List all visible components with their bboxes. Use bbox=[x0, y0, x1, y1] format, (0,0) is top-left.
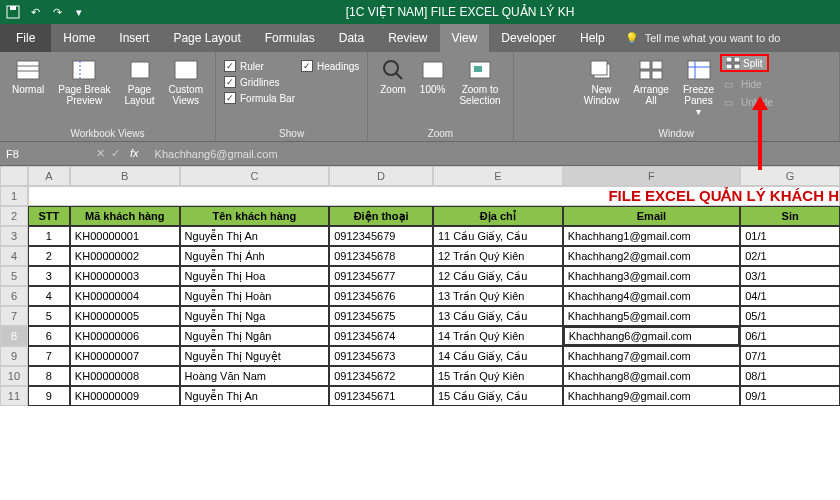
cell-dc[interactable]: 15 Trần Quý Kiên bbox=[433, 366, 563, 386]
cell-sin[interactable]: 03/1 bbox=[740, 266, 840, 286]
headings-checkbox[interactable]: ✓Headings bbox=[301, 60, 359, 72]
cell-ma[interactable]: KH00000007 bbox=[70, 346, 180, 366]
header-stt[interactable]: STT bbox=[28, 206, 70, 226]
row-header[interactable]: 2 bbox=[0, 206, 28, 226]
row-header[interactable]: 9 bbox=[0, 346, 28, 366]
menu-formulas[interactable]: Formulas bbox=[253, 24, 327, 52]
cell-sin[interactable]: 09/1 bbox=[740, 386, 840, 406]
cell-sin[interactable]: 08/1 bbox=[740, 366, 840, 386]
hide-button[interactable]: ▭Hide bbox=[724, 76, 773, 93]
cell-dc[interactable]: 15 Cầu Giấy, Cầu bbox=[433, 386, 563, 406]
spreadsheet-grid[interactable]: A B C D E F G 1 FILE EXCEL QUẢN LÝ KHÁCH… bbox=[0, 166, 840, 500]
cell-sin[interactable]: 07/1 bbox=[740, 346, 840, 366]
ruler-checkbox[interactable]: ✓Ruler bbox=[224, 60, 295, 72]
cell-dt[interactable]: 0912345674 bbox=[329, 326, 433, 346]
cell-ma[interactable]: KH00000006 bbox=[70, 326, 180, 346]
cell-em[interactable]: Khachhang9@gmail.com bbox=[563, 386, 741, 406]
formula-bar-checkbox[interactable]: ✓Formula Bar bbox=[224, 92, 295, 104]
cell-ma[interactable]: KH00000003 bbox=[70, 266, 180, 286]
menu-data[interactable]: Data bbox=[327, 24, 376, 52]
zoom-100-button[interactable]: 100% bbox=[416, 56, 450, 97]
cell-em[interactable]: Khachhang7@gmail.com bbox=[563, 346, 741, 366]
cell-ma[interactable]: KH00000009 bbox=[70, 386, 180, 406]
cell-stt[interactable]: 4 bbox=[28, 286, 70, 306]
cell-ten[interactable]: Nguyễn Thị Hoàn bbox=[180, 286, 330, 306]
undo-icon[interactable]: ↶ bbox=[28, 5, 42, 19]
cell-dc[interactable]: 12 Trần Quý Kiên bbox=[433, 246, 563, 266]
cell-stt[interactable]: 9 bbox=[28, 386, 70, 406]
cell-em[interactable]: Khachhang5@gmail.com bbox=[563, 306, 741, 326]
cell-em[interactable]: Khachhang4@gmail.com bbox=[563, 286, 741, 306]
new-window-button[interactable]: New Window bbox=[580, 56, 624, 108]
row-header[interactable]: 5 bbox=[0, 266, 28, 286]
cell-stt[interactable]: 5 bbox=[28, 306, 70, 326]
cell-sin[interactable]: 05/1 bbox=[740, 306, 840, 326]
cell-stt[interactable]: 7 bbox=[28, 346, 70, 366]
gridlines-checkbox[interactable]: ✓Gridlines bbox=[224, 76, 295, 88]
cell-ma[interactable]: KH00000005 bbox=[70, 306, 180, 326]
cell-dc[interactable]: 11 Cầu Giấy, Cầu bbox=[433, 226, 563, 246]
col-header-c[interactable]: C bbox=[180, 166, 330, 186]
cell-sin[interactable]: 01/1 bbox=[740, 226, 840, 246]
cell-ma[interactable]: KH00000008 bbox=[70, 366, 180, 386]
menu-review[interactable]: Review bbox=[376, 24, 439, 52]
cell-dt[interactable]: 0912345679 bbox=[329, 226, 433, 246]
cell-stt[interactable]: 3 bbox=[28, 266, 70, 286]
sheet-title[interactable]: FILE EXCEL QUẢN LÝ KHÁCH H bbox=[28, 186, 840, 206]
cell-dt[interactable]: 0912345677 bbox=[329, 266, 433, 286]
formula-input[interactable] bbox=[149, 148, 840, 160]
cell-dc[interactable]: 13 Trần Quý Kiên bbox=[433, 286, 563, 306]
qat-more-icon[interactable]: ▾ bbox=[72, 5, 86, 19]
cell-dt[interactable]: 0912345678 bbox=[329, 246, 433, 266]
row-header[interactable]: 11 bbox=[0, 386, 28, 406]
menu-insert[interactable]: Insert bbox=[107, 24, 161, 52]
cell-em[interactable]: Khachhang2@gmail.com bbox=[563, 246, 741, 266]
cell-dt[interactable]: 0912345675 bbox=[329, 306, 433, 326]
menu-help[interactable]: Help bbox=[568, 24, 617, 52]
fx-icon[interactable]: fx bbox=[126, 147, 143, 160]
row-header[interactable]: 4 bbox=[0, 246, 28, 266]
cell-dt[interactable]: 0912345673 bbox=[329, 346, 433, 366]
freeze-panes-button[interactable]: Freeze Panes ▾ bbox=[679, 56, 718, 119]
cancel-formula-icon[interactable]: ✕ bbox=[96, 147, 105, 160]
row-header[interactable]: 7 bbox=[0, 306, 28, 326]
cell-dc[interactable]: 12 Cầu Giấy, Cầu bbox=[433, 266, 563, 286]
cell-em[interactable]: Khachhang8@gmail.com bbox=[563, 366, 741, 386]
cell-dc[interactable]: 13 Cầu Giấy, Cầu bbox=[433, 306, 563, 326]
enter-formula-icon[interactable]: ✓ bbox=[111, 147, 120, 160]
cell-ma[interactable]: KH00000001 bbox=[70, 226, 180, 246]
cell-stt[interactable]: 2 bbox=[28, 246, 70, 266]
split-button[interactable]: Split bbox=[720, 54, 768, 72]
cell-ten[interactable]: Nguyễn Thị Hoa bbox=[180, 266, 330, 286]
tell-me-search[interactable]: 💡 Tell me what you want to do bbox=[625, 32, 781, 45]
header-dc[interactable]: Địa chỉ bbox=[433, 206, 563, 226]
menu-page-layout[interactable]: Page Layout bbox=[161, 24, 252, 52]
cell-ten[interactable]: Nguyễn Thị An bbox=[180, 386, 330, 406]
cell-ma[interactable]: KH00000004 bbox=[70, 286, 180, 306]
col-header-f[interactable]: F bbox=[563, 166, 741, 186]
cell-ma[interactable]: KH00000002 bbox=[70, 246, 180, 266]
menu-home[interactable]: Home bbox=[51, 24, 107, 52]
col-header-a[interactable]: A bbox=[28, 166, 70, 186]
custom-views-button[interactable]: Custom Views bbox=[165, 56, 207, 108]
cell-dt[interactable]: 0912345671 bbox=[329, 386, 433, 406]
cell-ten[interactable]: Nguyễn Thị Ánh bbox=[180, 246, 330, 266]
row-header[interactable]: 6 bbox=[0, 286, 28, 306]
row-header[interactable]: 10 bbox=[0, 366, 28, 386]
cell-em[interactable]: Khachhang3@gmail.com bbox=[563, 266, 741, 286]
menu-file[interactable]: File bbox=[0, 24, 51, 52]
cell-sin[interactable]: 02/1 bbox=[740, 246, 840, 266]
cell-em[interactable]: Khachhang1@gmail.com bbox=[563, 226, 741, 246]
row-header[interactable]: 1 bbox=[0, 186, 28, 206]
menu-view[interactable]: View bbox=[440, 24, 490, 52]
cell-stt[interactable]: 1 bbox=[28, 226, 70, 246]
cell-ten[interactable]: Nguyễn Thị Nguyệt bbox=[180, 346, 330, 366]
col-header-g[interactable]: G bbox=[740, 166, 840, 186]
cell-em[interactable]: Khachhang6@gmail.com bbox=[563, 326, 741, 346]
row-header[interactable]: 3 bbox=[0, 226, 28, 246]
zoom-button[interactable]: Zoom bbox=[376, 56, 410, 97]
header-em[interactable]: Email bbox=[563, 206, 741, 226]
header-sin[interactable]: Sin bbox=[740, 206, 840, 226]
select-all-corner[interactable] bbox=[0, 166, 28, 186]
cell-ten[interactable]: Nguyễn Thị An bbox=[180, 226, 330, 246]
